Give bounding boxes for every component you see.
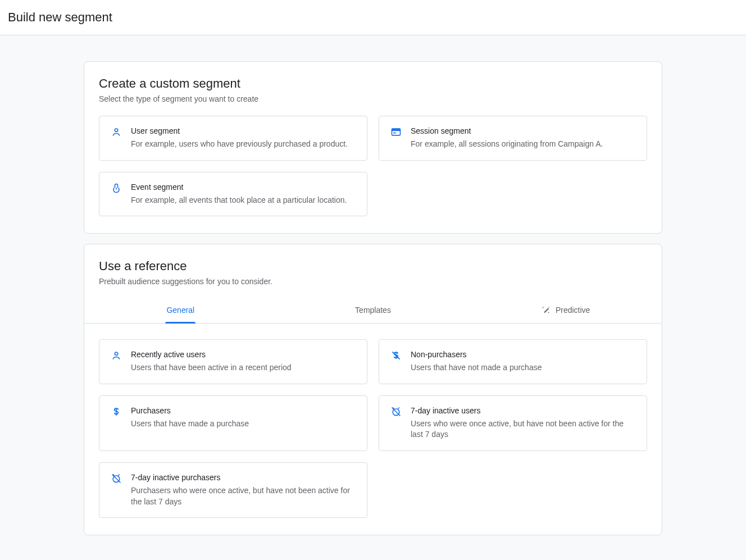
custom-title: Create a custom segment: [99, 76, 647, 91]
user-icon: [111, 350, 122, 361]
reference-items-grid: Recently active users Users that have be…: [99, 339, 647, 518]
wand-icon: [541, 305, 551, 315]
purchasers-card[interactable]: Purchasers Users that have made a purcha…: [99, 395, 367, 451]
card-title: Purchasers: [131, 406, 356, 415]
card-title: 7-day inactive purchasers: [131, 473, 356, 482]
no-dollar-icon: [390, 350, 402, 361]
reference-tabs: General Templates Predictive: [84, 298, 662, 324]
custom-segment-panel: Create a custom segment Select the type …: [84, 61, 662, 234]
tab-label: General: [166, 306, 194, 315]
event-segment-card[interactable]: Event segment For example, all events th…: [99, 172, 367, 217]
card-title: Non-purchasers: [411, 350, 635, 359]
session-segment-card[interactable]: Session segment For example, all session…: [379, 116, 647, 161]
page-title: Build new segment: [8, 10, 738, 25]
reference-panel: Use a reference Prebuilt audience sugges…: [84, 244, 662, 535]
event-icon: [111, 183, 122, 194]
card-title: User segment: [131, 126, 356, 135]
card-desc: Users who were once active, but have not…: [411, 418, 635, 440]
user-icon: [111, 126, 122, 138]
content: Create a custom segment Select the type …: [0, 35, 746, 558]
recently-active-users-card[interactable]: Recently active users Users that have be…: [99, 339, 367, 384]
svg-point-6: [548, 307, 549, 308]
custom-options-grid: User segment For example, users who have…: [99, 116, 647, 216]
svg-point-7: [115, 352, 117, 355]
seven-day-inactive-users-card[interactable]: 7-day inactive users Users who were once…: [379, 395, 647, 451]
session-icon: [390, 126, 402, 138]
card-desc: For example, all sessions originating fr…: [411, 139, 635, 150]
reference-title: Use a reference: [99, 259, 647, 274]
card-title: Recently active users: [131, 350, 356, 359]
reference-subtitle: Prebuilt audience suggestions for you to…: [99, 277, 647, 286]
svg-rect-2: [392, 129, 401, 131]
tab-templates[interactable]: Templates: [277, 298, 470, 323]
card-desc: For example, all events that took place …: [131, 195, 356, 206]
svg-point-0: [115, 129, 117, 131]
card-desc: Users that have been active in a recent …: [131, 362, 356, 374]
svg-point-5: [548, 312, 549, 313]
non-purchasers-card[interactable]: Non-purchasers Users that have not made …: [379, 339, 647, 384]
user-segment-card[interactable]: User segment For example, users who have…: [99, 116, 367, 161]
svg-point-4: [543, 307, 544, 308]
card-desc: For example, users who have previously p…: [131, 139, 356, 150]
alarm-off-icon: [390, 406, 402, 417]
svg-rect-3: [393, 133, 396, 134]
card-desc: Users that have not made a purchase: [411, 362, 635, 374]
dollar-icon: [111, 406, 122, 417]
card-desc: Purchasers who were once active, but hav…: [131, 485, 356, 507]
card-title: Event segment: [131, 183, 356, 192]
tab-general[interactable]: General: [84, 298, 277, 323]
page-header: Build new segment: [0, 0, 746, 35]
card-title: Session segment: [411, 126, 635, 135]
card-title: 7-day inactive users: [411, 406, 635, 415]
custom-subtitle: Select the type of segment you want to c…: [99, 94, 647, 103]
seven-day-inactive-purchasers-card[interactable]: 7-day inactive purchasers Purchasers who…: [99, 462, 367, 518]
tab-label: Templates: [355, 306, 391, 315]
card-desc: Users that have made a purchase: [131, 418, 356, 430]
tab-label: Predictive: [556, 306, 590, 315]
tab-predictive[interactable]: Predictive: [469, 298, 662, 323]
alarm-off-icon: [111, 473, 122, 484]
